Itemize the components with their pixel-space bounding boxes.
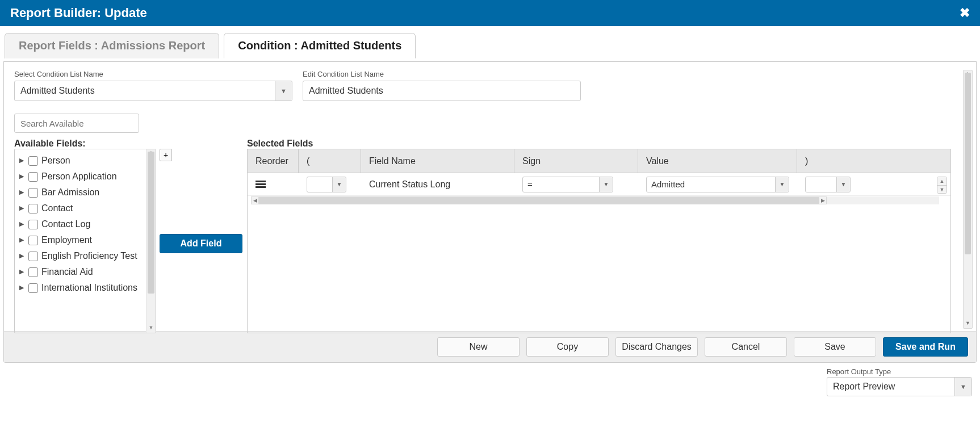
scroll-down-icon[interactable]: ▼ [146,325,156,333]
tree-item[interactable]: ▶ English Proficiency Test [17,248,144,264]
checkbox[interactable] [28,172,38,182]
tab-body: ▲ ▼ Select Condition List Name Admitted … [4,61,976,331]
search-available-input[interactable] [14,114,139,133]
checkbox[interactable] [28,220,38,229]
footer-button-bar: New Copy Discard Changes Cancel Save Sav… [4,331,976,362]
scroll-left-icon[interactable]: ◀ [251,196,259,204]
add-field-button[interactable]: Add Field [160,234,242,253]
discard-changes-button[interactable]: Discard Changes [615,337,698,357]
tree-item[interactable]: ▶ Financial Aid [17,264,144,280]
scrollbar-thumb[interactable] [965,73,971,254]
col-value: Value [638,149,797,173]
tree-item[interactable]: ▶ Contact [17,200,144,216]
tree-item[interactable]: ▶ Person [17,153,144,169]
label-selected-fields: Selected Fields [247,139,951,149]
col-reorder: Reorder [248,149,299,173]
close-icon[interactable]: ✖ [960,6,970,20]
spinner-down-icon[interactable]: ▼ [937,185,947,193]
tree-item[interactable]: ▶ Employment [17,232,144,248]
tabstrip: Report Fields : Admissions Report Condit… [0,33,980,58]
save-and-run-button[interactable]: Save and Run [883,337,968,357]
select-value: Admitted Students [20,86,95,96]
tree-item[interactable]: ▶ Contact Log [17,216,144,232]
scroll-right-icon[interactable]: ▶ [819,196,827,204]
vertical-scrollbar[interactable]: ▲ ▼ [963,70,973,329]
tree-label: Contact [41,203,141,214]
checkbox[interactable] [28,236,38,245]
grid-horizontal-scrollbar[interactable]: ◀ ▶ [251,196,947,204]
caret-right-icon[interactable]: ▶ [19,204,25,212]
tree-item[interactable]: ▶ Person Application [17,169,144,185]
copy-button[interactable]: Copy [526,337,609,357]
available-fields-tree: ▶ Person ▶ Person Application ▶ [15,149,146,333]
tab-label: Condition : Admitted Students [238,39,401,52]
value-select[interactable]: Admitted ▼ [646,177,789,192]
label-available-fields: Available Fields: [14,139,242,149]
caret-right-icon[interactable]: ▶ [19,236,25,244]
condition-name-row: Select Condition List Name Admitted Stud… [14,70,966,101]
chevron-down-icon[interactable]: ▼ [599,177,613,192]
chevron-down-icon[interactable]: ▼ [332,177,346,192]
chevron-down-icon[interactable]: ▼ [775,177,789,192]
col-sign: Sign [514,149,638,173]
selected-fields-grid: Reorder ( Field Name Sign Value ) [247,149,951,333]
col-close-paren: ) [797,149,860,173]
tree-label: Person [41,155,141,166]
tree-label: Contact Log [41,219,141,230]
tree-item[interactable]: ▶ Bar Admission [17,185,144,200]
output-type-select[interactable]: Report Preview ▼ [827,377,972,396]
checkbox[interactable] [28,204,38,213]
label-select-condition: Select Condition List Name [14,70,292,78]
main-frame: ▲ ▼ Select Condition List Name Admitted … [3,61,977,363]
sign-select[interactable]: = ▼ [522,177,613,192]
tree-label: Bar Admission [41,187,141,198]
edit-condition-list-input[interactable] [303,81,581,101]
tab-condition[interactable]: Condition : Admitted Students [224,33,416,58]
output-type-row: Report Output Type Report Preview ▼ [0,363,980,400]
tree-item[interactable]: ▶ International Institutions [17,280,144,296]
checkbox[interactable] [28,283,38,293]
open-paren-select[interactable]: ▼ [307,177,346,192]
caret-right-icon[interactable]: ▶ [19,252,25,260]
label-edit-condition: Edit Condition List Name [303,70,581,78]
checkbox[interactable] [28,252,38,261]
caret-right-icon[interactable]: ▶ [19,173,25,181]
col-open-paren: ( [299,149,361,173]
scrollbar-track[interactable] [259,196,819,204]
expand-all-button[interactable]: + [160,149,172,161]
close-paren-select[interactable]: ▼ [805,177,851,192]
chevron-down-icon[interactable]: ▼ [954,378,971,396]
chevron-down-icon[interactable]: ▼ [275,81,292,100]
caret-right-icon[interactable]: ▶ [19,284,25,292]
select-value: Admitted [651,179,685,189]
tree-label: Financial Aid [41,266,141,278]
scrollbar-thumb[interactable] [148,152,154,294]
titlebar: Report Builder: Update ✖ [0,0,980,26]
checkbox[interactable] [28,156,38,166]
scrollbar-pad [827,196,939,204]
save-button[interactable]: Save [794,337,876,357]
select-condition-list[interactable]: Admitted Students ▼ [14,81,292,101]
grid-header: Reorder ( Field Name Sign Value ) [248,149,950,173]
tree-label: International Institutions [41,282,141,294]
chevron-down-icon[interactable]: ▼ [836,177,850,192]
cell-field-name: Current Status Long [361,173,514,195]
row-reorder-spinner[interactable]: ▲ ▼ [937,177,947,194]
new-button[interactable]: New [437,337,520,357]
middle-row: Available Fields: ▶ Person ▶ [14,135,966,333]
checkbox[interactable] [28,188,38,198]
checkbox[interactable] [28,267,38,277]
caret-right-icon[interactable]: ▶ [19,268,25,276]
caret-right-icon[interactable]: ▶ [19,189,25,196]
page-title: Report Builder: Update [10,6,147,20]
caret-right-icon[interactable]: ▶ [19,220,25,228]
caret-right-icon[interactable]: ▶ [19,157,25,165]
drag-handle-icon[interactable] [256,179,266,189]
tab-label: Report Fields : Admissions Report [19,39,205,52]
scroll-down-icon[interactable]: ▼ [964,320,972,328]
spinner-up-icon[interactable]: ▲ [937,177,947,185]
tab-report-fields[interactable]: Report Fields : Admissions Report [5,33,219,58]
cancel-button[interactable]: Cancel [705,337,787,357]
available-fields-scrollbar[interactable]: ▲ ▼ [146,149,156,333]
select-value: Report Preview [833,382,895,392]
